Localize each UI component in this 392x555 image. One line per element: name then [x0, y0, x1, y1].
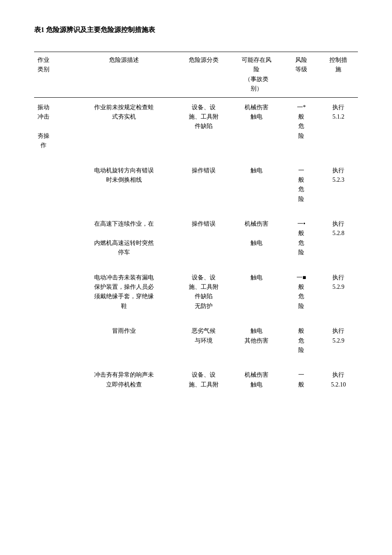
- cell-fengxian-3: 机械伤害触电: [229, 209, 284, 263]
- cell-dengji-3: 一•般危险: [284, 209, 319, 263]
- cell-cuoshi-4: 执行5.2.9: [319, 263, 358, 317]
- table-row: 冲击夯有异常的响声未立即停机检查 设备、设施、工具附 机械伤害触电 一般 执行5…: [34, 360, 358, 395]
- header-col4: 可能存在风险（事故类别）: [229, 52, 284, 98]
- cell-cuoshi-1: 执行5.1.2: [319, 97, 358, 155]
- header-col5: 风险等级: [284, 52, 319, 98]
- page-title: 表1 危险源辨识及主要危险源控制措施表: [34, 26, 358, 35]
- table-row: 在高速下连续作业，在内燃机高速运转时突然停车 操作错误 机械伤害触电 一•般危险…: [34, 209, 358, 263]
- cell-dengji-5: 般危险: [284, 316, 319, 360]
- table-row: 电动冲击夯未装有漏电保护装置，操作人员必须戴绝缘手套，穿绝缘鞋 设备、设施、工具…: [34, 263, 358, 317]
- cell-cuoshi-3: 执行5.2.8: [319, 209, 358, 263]
- table-row: 冒雨作业 恶劣气候与环境 触电其他伤害 般危险 执行5.2.9: [34, 316, 358, 360]
- header-col3: 危险源分类: [179, 52, 229, 98]
- cell-fengxian-1: 机械伤害触电: [229, 97, 284, 155]
- cell-zuoye-5: [34, 316, 69, 360]
- cell-fengxian-4: 触电: [229, 263, 284, 317]
- header-col2: 危险源描述: [69, 52, 178, 98]
- cell-zuoye-4: [34, 263, 69, 317]
- cell-fenlei-1: 设备、设施、工具附件缺陷: [179, 97, 229, 155]
- cell-dengji-6: 一般: [284, 360, 319, 395]
- cell-miaoshu-6: 冲击夯有异常的响声未立即停机检查: [69, 360, 178, 395]
- cell-miaoshu-3: 在高速下连续作业，在内燃机高速运转时突然停车: [69, 209, 178, 263]
- main-table: 作业类别 危险源描述 危险源分类 可能存在风险（事故类别） 风险等级 控制措施 …: [34, 52, 358, 395]
- cell-miaoshu-5: 冒雨作业: [69, 316, 178, 360]
- cell-zuoye-2: [34, 156, 69, 209]
- cell-miaoshu-1: 作业前未按规定检查蛙式夯实机: [69, 97, 178, 155]
- cell-fenlei-3: 操作错误: [179, 209, 229, 263]
- cell-miaoshu-4: 电动冲击夯未装有漏电保护装置，操作人员必须戴绝缘手套，穿绝缘鞋: [69, 263, 178, 317]
- cell-cuoshi-6: 执行5.2.10: [319, 360, 358, 395]
- cell-dengji-2: 一般危险: [284, 156, 319, 209]
- cell-zuoye-1: 振动冲击夯操 作: [34, 97, 69, 155]
- cell-dengji-1: 一*般危险: [284, 97, 319, 155]
- cell-fengxian-2: 触电: [229, 156, 284, 209]
- cell-fenlei-2: 操作错误: [179, 156, 229, 209]
- cell-fenlei-5: 恶劣气候与环境: [179, 316, 229, 360]
- table-row: 电动机旋转方向有错误时未倒换相线 操作错误 触电 一般危险 执行5.2.3: [34, 156, 358, 209]
- cell-fengxian-6: 机械伤害触电: [229, 360, 284, 395]
- cell-fenlei-4: 设备、设施、工具附件缺陷无防护: [179, 263, 229, 317]
- cell-dengji-4: 一■般危险: [284, 263, 319, 317]
- cell-zuoye-6: [34, 360, 69, 395]
- cell-zuoye-3: [34, 209, 69, 263]
- header-col1: 作业类别: [34, 52, 69, 98]
- cell-fengxian-5: 触电其他伤害: [229, 316, 284, 360]
- cell-fenlei-6: 设备、设施、工具附: [179, 360, 229, 395]
- table-row: 振动冲击夯操 作 作业前未按规定检查蛙式夯实机 设备、设施、工具附件缺陷 机械伤…: [34, 97, 358, 155]
- cell-cuoshi-2: 执行5.2.3: [319, 156, 358, 209]
- header-col6: 控制措施: [319, 52, 358, 98]
- cell-miaoshu-2: 电动机旋转方向有错误时未倒换相线: [69, 156, 178, 209]
- cell-cuoshi-5: 执行5.2.9: [319, 316, 358, 360]
